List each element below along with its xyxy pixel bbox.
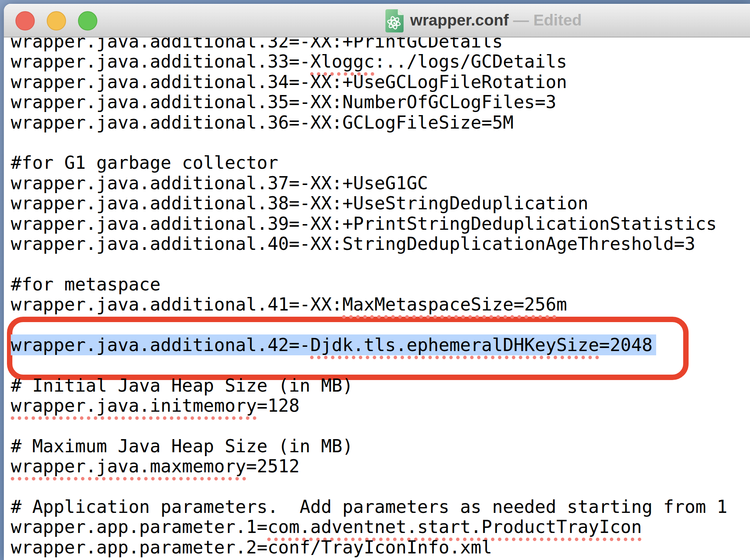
code-text: wrapper.java.additional.36=-XX:GCLogFile… xyxy=(11,112,514,133)
editor-line[interactable]: wrapper.app.parameter.2=conf/TrayIconInf… xyxy=(11,537,750,557)
title-bar[interactable]: wrapper.conf — Edited xyxy=(4,4,750,37)
editor-line[interactable]: wrapper.java.additional.36=-XX:GCLogFile… xyxy=(11,112,750,132)
editor-line[interactable]: wrapper.java.additional.37=-XX:+UseG1GC xyxy=(11,173,750,193)
code-text: m xyxy=(556,294,567,315)
selection-highlight: wrapper.java.additional.42=-Djdk.tls.eph… xyxy=(11,334,656,355)
editor-line[interactable]: #for metaspace xyxy=(11,274,750,294)
code-text: wrapper.java.additional.34=-XX:+UseGCLog… xyxy=(11,71,567,92)
editor-line[interactable] xyxy=(11,477,750,497)
editor-line[interactable]: #for G1 garbage collector xyxy=(11,153,750,173)
code-text: =2048 xyxy=(599,334,652,355)
code-text: wrapper.app.parameter.1= xyxy=(11,516,268,537)
code-text: wrapper.java.additional.42=- xyxy=(11,334,310,355)
editor-line[interactable]: wrapper.java.additional.35=-XX:NumberOfG… xyxy=(11,92,750,112)
editor-line[interactable]: wrapper.app.parameter.1=com.adventnet.st… xyxy=(11,517,750,537)
window-title-group: wrapper.conf — Edited xyxy=(384,4,582,37)
spellcheck-underlined-text: MaxMetaspaceSize=256 xyxy=(343,294,557,315)
editor-line[interactable]: wrapper.java.additional.40=-XX:StringDed… xyxy=(11,234,750,254)
editor-line[interactable]: # Initial Java Heap Size (in MB) xyxy=(11,375,750,395)
editor-line[interactable] xyxy=(11,254,750,274)
code-text: # Initial Java Heap Size (in MB) xyxy=(11,375,353,396)
close-button[interactable] xyxy=(15,11,35,31)
code-text: wrapper.java.additional.40=-XX:StringDed… xyxy=(11,233,695,254)
editor-line[interactable]: wrapper.java.additional.38=-XX:+UseStrin… xyxy=(11,193,750,213)
editor-line[interactable] xyxy=(11,132,750,153)
editor-line[interactable]: # Maximum Java Heap Size (in MB) xyxy=(11,436,750,456)
editor-line[interactable] xyxy=(11,355,750,375)
code-text: # Application parameters. Add parameters… xyxy=(11,496,728,517)
spellcheck-underlined-text: Xloggc xyxy=(310,51,374,72)
editor-line[interactable]: wrapper.java.maxmemory=2512 xyxy=(11,456,750,476)
code-text: wrapper.java.additional.41=-XX: xyxy=(11,294,343,315)
spellcheck-underlined-text: Djdk.tls.ephemeralDHKeySize xyxy=(310,334,599,355)
code-text: =2512 xyxy=(246,456,299,477)
window-title-status: — Edited xyxy=(509,11,582,29)
code-text: wrapper.java.additional.35=-XX:NumberOfG… xyxy=(11,92,556,112)
code-text: #for G1 garbage collector xyxy=(11,152,278,173)
text-editor-window: wrapper.conf — Edited wrapper.java.addit… xyxy=(4,4,750,560)
editor-line[interactable] xyxy=(11,314,750,334)
code-text: #for metaspace xyxy=(11,274,161,295)
editor-line[interactable]: wrapper.java.additional.33=-Xloggc:../lo… xyxy=(11,51,750,71)
editor-line[interactable]: wrapper.java.additional.32=-XX:+PrintGCD… xyxy=(11,37,750,51)
minimize-button[interactable] xyxy=(47,11,66,31)
code-text: :../logs/GCDetails xyxy=(375,51,567,72)
code-text: wrapper.java.additional.39=-XX:+PrintStr… xyxy=(11,213,717,234)
editor-line[interactable]: wrapper.java.additional.41=-XX:MaxMetasp… xyxy=(11,294,750,314)
spellcheck-underlined-text: wrapper.java.maxmemory xyxy=(11,456,246,477)
code-text: =128 xyxy=(257,395,300,416)
editor-line[interactable]: wrapper.java.initmemory=128 xyxy=(11,395,750,416)
editor-line[interactable]: wrapper.java.additional.34=-XX:+UseGCLog… xyxy=(11,72,750,92)
zoom-button[interactable] xyxy=(78,11,97,31)
spellcheck-underlined-text: wrapper.java.initmemory xyxy=(11,395,257,416)
editor-content[interactable]: wrapper.java.additional.32=-XX:+PrintGCD… xyxy=(11,37,750,557)
spellcheck-underlined-text: com.adventnet.start.ProductTrayIcon xyxy=(268,516,642,537)
editor-line[interactable]: # Application parameters. Add parameters… xyxy=(11,497,750,517)
editor-line[interactable] xyxy=(11,416,750,436)
editor-viewport[interactable]: wrapper.java.additional.32=-XX:+PrintGCD… xyxy=(4,37,750,560)
code-text: wrapper.java.additional.38=-XX:+UseStrin… xyxy=(11,193,589,214)
code-text: wrapper.app.parameter.2=conf/TrayIconInf… xyxy=(11,537,492,558)
window-title-filename: wrapper.conf xyxy=(410,11,509,29)
code-text: wrapper.java.additional.37=-XX:+UseG1GC xyxy=(11,173,428,193)
document-atom-icon xyxy=(384,8,405,33)
code-text: # Maximum Java Heap Size (in MB) xyxy=(11,436,353,456)
code-text: wrapper.java.additional.32=-XX:+PrintGCD… xyxy=(11,37,503,52)
editor-line-selected[interactable]: wrapper.java.additional.42=-Djdk.tls.eph… xyxy=(11,335,750,355)
window-title: wrapper.conf — Edited xyxy=(410,11,582,29)
editor-line[interactable]: wrapper.java.additional.39=-XX:+PrintStr… xyxy=(11,214,750,234)
code-text: wrapper.java.additional.33=- xyxy=(11,51,310,72)
